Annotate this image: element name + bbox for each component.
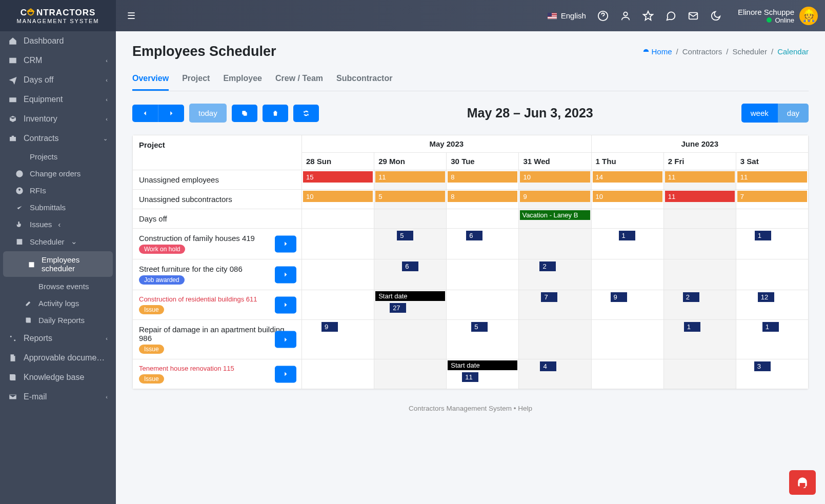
sidebar-item-contracts[interactable]: Contracts⌄: [0, 129, 116, 148]
support-button[interactable]: [789, 470, 816, 495]
sidebar-item-e-mail[interactable]: E-mail‹: [0, 387, 116, 407]
count-block[interactable]: 7: [541, 292, 557, 302]
count-block[interactable]: 9: [321, 322, 338, 332]
count-bar[interactable]: 14: [593, 171, 662, 183]
tab-employee[interactable]: Employee: [223, 68, 262, 91]
count-block[interactable]: 2: [539, 261, 556, 271]
list-lines-icon: [25, 283, 32, 290]
mail-icon[interactable]: [688, 10, 699, 22]
sidebar-item-equipment[interactable]: Equipment‹: [0, 90, 116, 109]
sidebar-item-browse-events[interactable]: Browse events: [0, 278, 116, 295]
sidebar-item-reports[interactable]: Reports‹: [0, 329, 116, 348]
count-block[interactable]: 2: [683, 292, 699, 302]
user-menu[interactable]: Elinore Schuppe Online 👷: [733, 7, 818, 25]
tab-overview[interactable]: Overview: [132, 68, 169, 91]
sidebar-item-projects[interactable]: Projects: [0, 148, 116, 165]
count-block[interactable]: 6: [466, 231, 482, 240]
count-block[interactable]: 5: [471, 322, 488, 332]
sidebar-item-change-orders[interactable]: Change orders: [0, 165, 116, 182]
breadcrumb-contractors[interactable]: Contractors: [682, 47, 722, 56]
prev-button[interactable]: [132, 105, 158, 122]
sidebar-item-crm[interactable]: CRM‹: [0, 51, 116, 70]
breadcrumb-home[interactable]: Home: [652, 47, 672, 56]
day-view-button[interactable]: day: [778, 104, 809, 123]
count-block[interactable]: 6: [402, 261, 418, 271]
id-card-icon: [8, 56, 17, 65]
count-block[interactable]: 1: [619, 231, 635, 240]
status-badge: Issue: [139, 374, 164, 384]
week-view-button[interactable]: week: [741, 104, 778, 123]
sidebar-item-inventory[interactable]: Inventory‹: [0, 109, 116, 129]
count-block[interactable]: 12: [758, 292, 774, 302]
count-bar[interactable]: 10: [303, 191, 373, 202]
sidebar-item-dashboard[interactable]: Dashboard: [0, 31, 116, 51]
sidebar-item-daily-reports[interactable]: Daily Reports: [0, 312, 116, 329]
refresh-button[interactable]: [293, 105, 319, 122]
count-bar[interactable]: 11: [375, 171, 445, 183]
next-button[interactable]: [158, 105, 184, 122]
edit-icon: [25, 299, 32, 307]
count-block[interactable]: 3: [754, 361, 771, 371]
sidebar-item-approvable-docume-[interactable]: Approvable docume…: [0, 348, 116, 368]
chat-icon[interactable]: [665, 10, 676, 22]
copy-button[interactable]: [232, 105, 257, 122]
count-block[interactable]: 27: [390, 303, 406, 313]
count-bar[interactable]: 9: [520, 191, 590, 202]
topbar: C⛑NTRACTORS MANAGEMENT SYSTEM ☰ English …: [0, 0, 825, 31]
help-icon[interactable]: [597, 10, 609, 22]
count-block[interactable]: 1: [755, 231, 771, 240]
moon-icon[interactable]: [710, 10, 721, 22]
project-goto-button[interactable]: [275, 366, 296, 382]
count-bar[interactable]: 8: [448, 171, 517, 183]
today-button[interactable]: today: [189, 104, 227, 123]
tab-project[interactable]: Project: [182, 68, 210, 91]
project-goto-button[interactable]: [275, 331, 296, 348]
count-block[interactable]: 4: [540, 361, 556, 371]
count-bar[interactable]: 11: [665, 191, 735, 202]
count-bar[interactable]: 8: [448, 191, 517, 202]
tab-subcontractor[interactable]: Subcontractor: [336, 68, 392, 91]
plane-icon: [8, 75, 17, 85]
count-bar[interactable]: 11: [665, 171, 735, 183]
user-icon[interactable]: [620, 10, 631, 22]
count-block[interactable]: 11: [462, 372, 478, 382]
sidebar-item-issues[interactable]: Issues‹: [0, 216, 116, 233]
count-bar[interactable]: 5: [375, 191, 445, 202]
count-bar[interactable]: 11: [737, 171, 807, 183]
count-bar[interactable]: 15: [303, 171, 373, 183]
project-goto-button[interactable]: [275, 296, 296, 313]
count-block[interactable]: 1: [684, 322, 700, 332]
chevron-left-icon: ‹: [106, 394, 108, 400]
count-block[interactable]: 1: [762, 322, 779, 332]
project-goto-button[interactable]: [275, 266, 296, 283]
menu-toggle-button[interactable]: ☰: [116, 10, 147, 22]
project-goto-button[interactable]: [275, 235, 296, 252]
sidebar-item-submittals[interactable]: Submittals: [0, 199, 116, 216]
user-name: Elinore Schuppe: [738, 8, 794, 16]
count-block[interactable]: 5: [397, 231, 413, 240]
sidebar-item-scheduler[interactable]: Scheduler⌄: [0, 233, 116, 250]
day-header-0: 28 Sun: [302, 153, 374, 170]
sidebar-item-rfis[interactable]: RFIs: [0, 182, 116, 199]
scheduler-toolbar: today May 28 – Jun 3, 2023 week day: [132, 104, 809, 123]
star-icon[interactable]: [642, 10, 654, 22]
count-bar[interactable]: 7: [737, 191, 807, 202]
language-selector[interactable]: English: [548, 11, 586, 20]
logo[interactable]: C⛑NTRACTORS MANAGEMENT SYSTEM: [0, 0, 116, 31]
delete-button[interactable]: [263, 105, 288, 122]
chevron-left-icon: ‹: [58, 220, 61, 229]
status-badge: Issue: [139, 305, 164, 314]
sidebar-item-days-off[interactable]: Days off‹: [0, 70, 116, 90]
tab-crew-team[interactable]: Crew / Team: [275, 68, 323, 91]
sidebar-item-activity-logs[interactable]: Activity logs: [0, 295, 116, 312]
count-block[interactable]: 9: [611, 292, 627, 302]
breadcrumb-scheduler[interactable]: Scheduler: [732, 47, 767, 56]
vacation-event[interactable]: Vacation - Laney B: [520, 210, 590, 220]
chevron-left-icon: ‹: [106, 77, 108, 83]
count-bar[interactable]: 10: [593, 191, 662, 202]
sidebar-item-knowledge-base[interactable]: Knowledge base: [0, 368, 116, 387]
count-bar[interactable]: 10: [520, 171, 590, 183]
sidebar-item-employees-scheduler[interactable]: Employees scheduler: [3, 251, 113, 277]
start-date-marker[interactable]: Start date: [448, 360, 517, 370]
start-date-marker[interactable]: Start date: [375, 291, 445, 301]
